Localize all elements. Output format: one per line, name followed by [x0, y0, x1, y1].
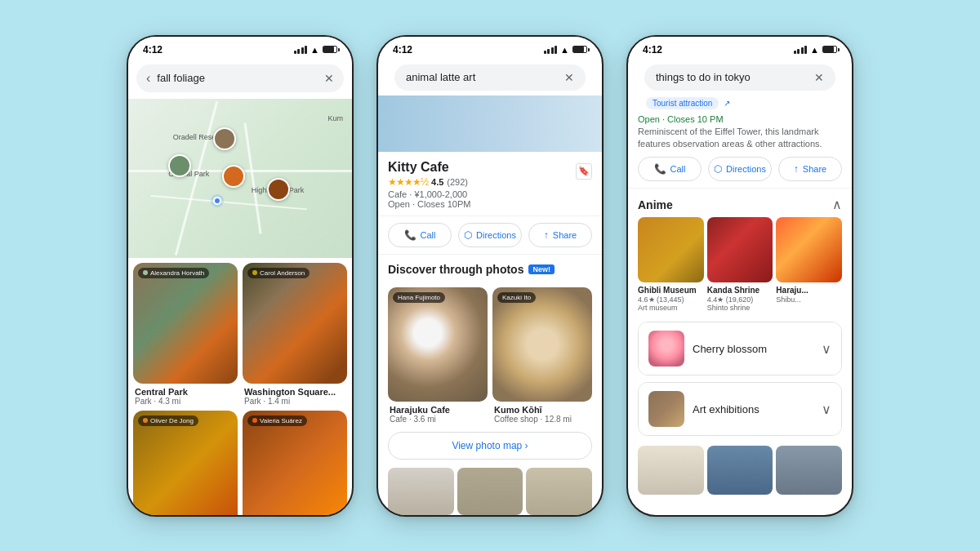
phone-latte-art: 4:12 ▲ animal latte art ✕	[376, 35, 604, 517]
art-exhibitions-header[interactable]: Art exhibitions ∨	[639, 383, 841, 435]
external-link-icon[interactable]: ↗	[724, 99, 730, 108]
anime-section-title: Anime	[638, 198, 673, 211]
discover-title: Discover through photos New!	[388, 263, 592, 276]
signal-bars-2	[544, 46, 558, 54]
close-icon-2[interactable]: ✕	[564, 71, 574, 84]
bottom-photo-2[interactable]	[457, 468, 523, 515]
phone-icon: 📞	[404, 229, 416, 241]
map-road	[243, 122, 261, 233]
place-hours-2: Open · Closes 10PM	[388, 199, 471, 209]
cherry-blossom-header[interactable]: Cherry blossom ∨	[639, 322, 841, 375]
contributor-dot	[252, 270, 257, 275]
close-icon-1[interactable]: ✕	[324, 72, 334, 85]
signal-bar	[294, 51, 296, 54]
contributor-label-4: Valeria Suárez	[247, 415, 307, 426]
contributor-label-2: Carol Anderson	[247, 268, 310, 278]
call-button-3[interactable]: 📞 Call	[638, 157, 702, 181]
discover-section: Discover through photos New!	[378, 255, 602, 281]
contributor-dot	[143, 418, 148, 423]
cherry-blossom-label: Cherry blossom	[693, 343, 813, 355]
directions-button-3[interactable]: ⬡ Directions	[708, 157, 772, 181]
anime-place-3[interactable]: Haraju... Shibu...	[776, 217, 842, 312]
save-bookmark[interactable]: 🔖	[576, 163, 592, 180]
phone-icon-3: 📞	[654, 163, 666, 175]
tag-pill: Tourist attraction	[646, 97, 719, 109]
tourist-tag: Tourist attraction ↗	[638, 96, 842, 111]
map-area-1[interactable]: Oradell Reservoir Central Park Highbridg…	[128, 99, 352, 258]
close-icon-3[interactable]: ✕	[814, 71, 824, 84]
map-pin-2	[168, 154, 191, 177]
place-info-2: Kitty Cafe ★★★★½ 4.5 (292) Cafe · ¥1,000…	[378, 152, 602, 216]
latte-photos-grid: Hana Fujimoto Harajuku Cafe Cafe · 3.6 m…	[378, 281, 602, 424]
contributor-label-3: Oliver De Jong	[138, 415, 198, 426]
cherry-blossom-thumbnail	[648, 331, 684, 367]
photo-card-1[interactable]: Alexandra Horvath Central Park Park · 4.…	[133, 263, 238, 406]
search-bar-container-1: ‹ fall foliage ✕	[128, 60, 352, 99]
cherry-blossom-section[interactable]: Cherry blossom ∨	[638, 322, 842, 375]
search-wrapper-2: animal latte art ✕	[378, 60, 602, 96]
photo-card-2[interactable]: Carol Anderson Washington Square... Park…	[243, 263, 347, 406]
directions-icon: ⬡	[464, 229, 472, 241]
signal-bar	[305, 46, 307, 54]
latte-image-1: Hana Fujimoto	[388, 287, 488, 402]
call-button-2[interactable]: 📞 Call	[388, 223, 452, 247]
photo-card-4[interactable]: Valeria Suárez	[243, 411, 347, 515]
phones-container: 4:12 ▲ ‹ fall foliage ✕	[110, 19, 870, 533]
cherry-blossom-chevron: ∨	[822, 341, 831, 357]
share-button-2[interactable]: ↑ Share	[528, 223, 592, 247]
latte-caption-2: Kumo Kōhī Coffee shop · 12.8 mi	[492, 402, 592, 424]
signal-bars-1	[294, 46, 308, 54]
ghibli-rating: 4.6	[638, 295, 648, 304]
photo-image-2: Carol Anderson	[243, 263, 347, 384]
map-pin-3	[222, 165, 245, 188]
action-buttons-2: 📞 Call ⬡ Directions ↑ Share	[378, 216, 602, 255]
status-time-3: 4:12	[643, 44, 662, 56]
bottom-photo-3[interactable]	[526, 468, 592, 515]
bottom-image-3[interactable]	[776, 446, 842, 495]
battery-icon-3	[822, 46, 837, 53]
photo-grid-1: Alexandra Horvath Central Park Park · 4.…	[128, 258, 352, 515]
view-photo-map-button[interactable]: View photo map ›	[388, 432, 592, 460]
anime-photo-1	[638, 217, 704, 282]
back-icon[interactable]: ‹	[146, 71, 150, 86]
latte-card-1[interactable]: Hana Fujimoto Harajuku Cafe Cafe · 3.6 m…	[388, 287, 488, 424]
photo-image-3: Oliver De Jong	[133, 411, 238, 515]
place-description-3: Reminiscent of the Eiffel Tower, this la…	[638, 126, 842, 151]
phone-fall-foliage: 4:12 ▲ ‹ fall foliage ✕	[127, 35, 354, 517]
wifi-icon-3: ▲	[810, 45, 819, 55]
search-bar-2[interactable]: animal latte art ✕	[394, 64, 586, 91]
bottom-image-2[interactable]	[707, 446, 773, 495]
map-label-4: Kum	[328, 114, 344, 122]
battery-icon-2	[572, 46, 587, 53]
search-text-2: animal latte art	[406, 71, 558, 83]
anime-section-header[interactable]: Anime ∧	[628, 189, 852, 217]
photo-card-3[interactable]: Oliver De Jong	[133, 411, 238, 515]
signal-bar	[297, 49, 300, 54]
latte-card-2[interactable]: Kazuki Ito Kumo Kōhī Coffee shop · 12.8 …	[492, 287, 592, 424]
search-text-3: things to do in tokyo	[656, 71, 808, 83]
new-badge: New!	[528, 264, 555, 274]
signal-bar	[801, 47, 804, 54]
share-icon-3: ↑	[794, 163, 799, 175]
latte-caption-1: Harajuku Cafe Cafe · 3.6 mi	[388, 402, 488, 424]
place-type-2: Cafe · ¥1,000-2,000	[388, 189, 471, 199]
signal-bar	[794, 51, 796, 54]
search-bar-3[interactable]: things to do in tokyo ✕	[644, 64, 835, 91]
phone2-content: animal latte art ✕ Kitty Cafe ★★★★½ 4.5 …	[378, 60, 602, 515]
bottom-image-1[interactable]	[638, 446, 704, 495]
contributor-dot	[252, 418, 257, 423]
rating-value-2: 4.5	[431, 177, 443, 187]
anime-place-2[interactable]: Kanda Shrine 4.4★ (19,620) Shinto shrine	[707, 217, 773, 312]
signal-bar	[797, 49, 800, 54]
directions-button-2[interactable]: ⬡ Directions	[458, 223, 522, 247]
photo-image-1: Alexandra Horvath	[133, 263, 238, 384]
bottom-photo-1[interactable]	[388, 468, 454, 515]
directions-icon-3: ⬡	[714, 163, 722, 175]
share-button-3[interactable]: ↑ Share	[778, 157, 842, 181]
bottom-photos-strip	[378, 468, 602, 515]
art-exhibitions-section[interactable]: Art exhibitions ∨	[638, 382, 842, 436]
anime-place-1[interactable]: Ghibli Museum 4.6★ (13,445) Art museum	[638, 217, 704, 312]
search-bar-1[interactable]: ‹ fall foliage ✕	[136, 64, 344, 92]
place-name-2: Kitty Cafe	[388, 160, 471, 175]
status-time-1: 4:12	[143, 44, 163, 56]
